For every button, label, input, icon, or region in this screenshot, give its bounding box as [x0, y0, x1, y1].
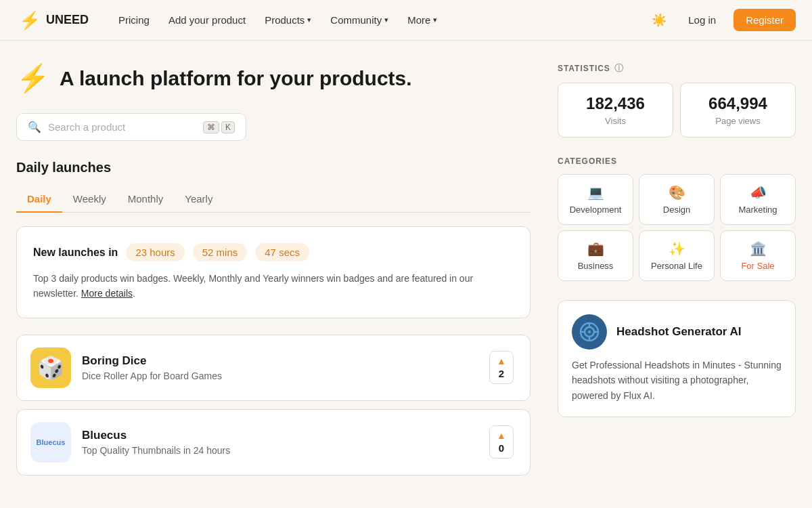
nav-community[interactable]: Community ▾	[322, 10, 397, 30]
for-sale-icon: 🏛️	[727, 240, 788, 257]
bolt-icon: ⚡	[16, 62, 50, 94]
bluecus-vote-count: 0	[499, 442, 504, 454]
hero-title: A launch platform for your products.	[60, 67, 412, 90]
tab-weekly[interactable]: Weekly	[62, 186, 117, 213]
pageviews-label: Page views	[692, 116, 784, 126]
more-details-link[interactable]: More details	[81, 288, 133, 299]
categories-label: CATEGORIES	[558, 156, 796, 166]
visits-stat: 182,436 Visits	[558, 83, 673, 137]
category-business[interactable]: 💼 Business	[558, 230, 633, 281]
logo-text: UNEED	[46, 13, 89, 27]
personal-life-label: Personal Life	[646, 261, 707, 271]
left-column: ⚡ A launch platform for your products. 🔍…	[16, 62, 552, 484]
boring-dice-vote: ▲ 2	[487, 351, 516, 384]
navbar: ⚡ UNEED Pricing Add your product Product…	[0, 0, 812, 41]
visits-label: Visits	[569, 116, 662, 126]
login-button[interactable]: Log in	[679, 10, 725, 30]
statistics-label: STATISTICS ⓘ	[558, 62, 796, 75]
logo[interactable]: ⚡ UNEED	[16, 7, 89, 33]
category-for-sale[interactable]: 🏛️ For Sale	[720, 230, 796, 281]
tab-daily[interactable]: Daily	[16, 186, 62, 213]
statistics-section: STATISTICS ⓘ 182,436 Visits 664,994 Page…	[558, 62, 796, 137]
design-icon: 🎨	[646, 184, 707, 200]
k-key: K	[221, 121, 235, 133]
boring-dice-logo: 🎲	[30, 347, 71, 388]
pageviews-stat: 664,994 Page views	[680, 83, 796, 137]
search-shortcut: ⌘ K	[203, 121, 235, 133]
category-design[interactable]: 🎨 Design	[639, 174, 715, 225]
product-card-bluecus[interactable]: Bluecus Bluecus Top Quality Thumbnails i…	[16, 409, 531, 475]
development-icon: 💻	[565, 184, 626, 200]
boring-dice-name: Boring Dice	[82, 354, 476, 368]
more-chevron-icon: ▾	[433, 16, 437, 24]
marketing-icon: 📣	[727, 184, 788, 200]
upvote-icon: ▲	[497, 356, 506, 366]
bluecus-vote-button[interactable]: ▲ 0	[489, 425, 514, 459]
launch-banner: New launches in 23 hours 52 mins 47 secs…	[16, 226, 531, 318]
featured-description: Get Professional Headshots in Minutes - …	[572, 358, 782, 403]
launch-description: Top 3 daily products win badges. Weekly,…	[33, 271, 514, 301]
bluecus-name: Bluecus	[82, 429, 476, 442]
products-chevron-icon: ▾	[307, 16, 311, 24]
upvote-icon: ▲	[497, 430, 506, 441]
community-chevron-icon: ▾	[384, 16, 388, 24]
featured-header: Headshot Generator AI	[572, 314, 782, 350]
pageviews-value: 664,994	[692, 94, 784, 113]
featured-product-card[interactable]: Headshot Generator AI Get Professional H…	[558, 300, 796, 417]
register-button[interactable]: Register	[734, 9, 796, 31]
nav-more[interactable]: More ▾	[399, 10, 445, 30]
tab-monthly[interactable]: Monthly	[117, 186, 175, 213]
search-input: Search a product	[48, 121, 196, 133]
categories-grid: 💻 Development 🎨 Design 📣 Marketing 💼 Bus…	[558, 174, 796, 281]
launch-banner-header: New launches in 23 hours 52 mins 47 secs	[33, 243, 514, 261]
featured-logo	[572, 314, 607, 350]
business-label: Business	[565, 261, 626, 271]
visits-value: 182,436	[569, 94, 662, 113]
categories-section: CATEGORIES 💻 Development 🎨 Design 📣 Mark…	[558, 156, 796, 281]
boring-dice-vote-count: 2	[499, 368, 504, 379]
tab-yearly[interactable]: Yearly	[174, 186, 223, 213]
statistics-grid: 182,436 Visits 664,994 Page views	[558, 83, 796, 137]
for-sale-label: For Sale	[727, 261, 788, 271]
mins-badge: 52 mins	[193, 243, 248, 261]
nav-add-product[interactable]: Add your product	[160, 10, 254, 30]
boring-dice-desc: Dice Roller App for Board Games	[82, 371, 476, 381]
hours-badge: 23 hours	[126, 243, 184, 261]
launch-prefix: New launches in	[33, 247, 118, 259]
theme-toggle-button[interactable]: ☀️	[648, 9, 671, 32]
secs-badge: 47 secs	[255, 243, 309, 261]
bluecus-vote: ▲ 0	[487, 425, 516, 459]
design-label: Design	[646, 205, 707, 215]
search-icon: 🔍	[28, 121, 41, 133]
boring-dice-vote-button[interactable]: ▲ 2	[489, 351, 514, 384]
svg-point-4	[588, 331, 591, 333]
bluecus-info: Bluecus Top Quality Thumbnails in 24 hou…	[82, 429, 476, 456]
info-icon: ⓘ	[614, 62, 624, 75]
category-development[interactable]: 💻 Development	[558, 174, 633, 225]
boring-dice-info: Boring Dice Dice Roller App for Board Ga…	[82, 354, 476, 381]
daily-launches-title: Daily launches	[16, 160, 531, 175]
launch-tabs: Daily Weekly Monthly Yearly	[16, 186, 531, 213]
personal-life-icon: ✨	[646, 240, 707, 257]
main-layout: ⚡ A launch platform for your products. 🔍…	[0, 41, 812, 505]
hero: ⚡ A launch platform for your products.	[16, 62, 531, 94]
marketing-label: Marketing	[727, 205, 788, 215]
category-personal-life[interactable]: ✨ Personal Life	[639, 230, 715, 281]
nav-pricing[interactable]: Pricing	[110, 10, 158, 30]
featured-name: Headshot Generator AI	[616, 325, 742, 339]
nav-right: ☀️ Log in Register	[648, 9, 796, 32]
search-bar[interactable]: 🔍 Search a product ⌘ K	[16, 113, 246, 141]
bluecus-logo: Bluecus	[30, 422, 71, 463]
product-card-boring-dice[interactable]: 🎲 Boring Dice Dice Roller App for Board …	[16, 335, 531, 401]
development-label: Development	[565, 205, 626, 215]
nav-products[interactable]: Products ▾	[256, 10, 319, 30]
business-icon: 💼	[565, 240, 626, 257]
bluecus-desc: Top Quality Thumbnails in 24 hours	[82, 445, 476, 456]
right-column: STATISTICS ⓘ 182,436 Visits 664,994 Page…	[552, 62, 796, 484]
cmd-key: ⌘	[203, 121, 219, 133]
category-marketing[interactable]: 📣 Marketing	[720, 174, 796, 225]
nav-links: Pricing Add your product Products ▾ Comm…	[110, 10, 648, 30]
svg-text:⚡: ⚡	[19, 9, 41, 31]
